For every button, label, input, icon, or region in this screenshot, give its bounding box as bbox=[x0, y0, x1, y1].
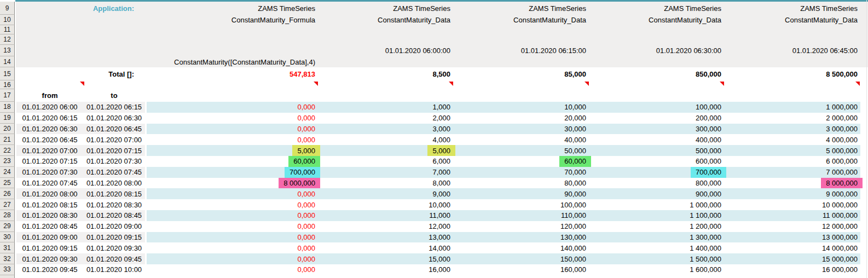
cell-value-formula[interactable]: 0,000 bbox=[147, 113, 318, 124]
column-series-name[interactable]: ConstantMaturity_Data bbox=[318, 15, 453, 25]
cell-from[interactable]: 01.01.2020 08:15 bbox=[16, 199, 83, 210]
from-column-header[interactable]: from bbox=[16, 89, 83, 102]
cell-value-0600[interactable]: 16,000 bbox=[318, 264, 453, 275]
cell-value-0630[interactable]: 100,000 bbox=[589, 102, 724, 113]
cell-value-0645[interactable]: 3 000,000 bbox=[724, 124, 860, 135]
cell-value-0630[interactable]: 1 000,000 bbox=[589, 199, 724, 210]
cell-value-formula[interactable]: 0,000 bbox=[147, 199, 318, 210]
cell-to[interactable]: 01.01.2020 09:30 bbox=[83, 242, 145, 253]
cell-value-0615[interactable]: 140,000 bbox=[453, 242, 589, 253]
column-total-value[interactable]: 8,500 bbox=[318, 67, 453, 80]
cell-value-0600[interactable]: 15,000 bbox=[318, 253, 453, 264]
cell-to[interactable]: 01.01.2020 07:00 bbox=[83, 134, 145, 145]
cell-value-0615[interactable]: 80,000 bbox=[453, 178, 589, 189]
cell-value-0615[interactable]: 20,000 bbox=[453, 113, 589, 124]
cell-value-formula[interactable]: 0,000 bbox=[147, 232, 318, 243]
cell-to[interactable]: 01.01.2020 07:30 bbox=[83, 156, 145, 167]
column-timestamp[interactable]: 01.01.2020 06:30:00 bbox=[589, 45, 724, 56]
cell-value-0645[interactable]: 8 000,000 bbox=[724, 178, 860, 189]
column-total-value[interactable]: 8 500,000 bbox=[724, 67, 860, 80]
cell-value-0645[interactable]: 16 000,000 bbox=[724, 264, 860, 275]
cell-value-0630[interactable]: 1 200,000 bbox=[589, 221, 724, 232]
cell-from[interactable]: 01.01.2020 08:30 bbox=[16, 210, 83, 221]
cell-value-0615[interactable]: 70,000 bbox=[453, 167, 589, 178]
cell-value-formula[interactable]: 0,000 bbox=[147, 221, 318, 232]
cell-from[interactable]: 01.01.2020 06:15 bbox=[16, 113, 83, 124]
cell-from[interactable]: 01.01.2020 07:30 bbox=[16, 167, 83, 178]
cell-value-0630[interactable]: 500,000 bbox=[589, 145, 724, 156]
cell-value-0615[interactable]: 160,000 bbox=[453, 264, 589, 275]
cell-value-0630[interactable]: 400,000 bbox=[589, 134, 724, 145]
cell-from[interactable]: 01.01.2020 09:30 bbox=[16, 253, 83, 264]
cell-value-formula[interactable]: 0,000 bbox=[147, 242, 318, 253]
cell-value-0600[interactable]: 1,000 bbox=[318, 102, 453, 113]
cell-value-formula[interactable]: 0,000 bbox=[147, 124, 318, 135]
column-series-name[interactable]: ConstantMaturity_Data bbox=[453, 15, 589, 25]
cell-value-0645[interactable]: 4 000,000 bbox=[724, 134, 860, 145]
cell-value-0600[interactable]: 12,000 bbox=[318, 221, 453, 232]
total-label[interactable]: Total []: bbox=[16, 67, 145, 80]
cell-value-formula[interactable]: 60,000 bbox=[147, 156, 318, 167]
column-total-value[interactable]: 85,000 bbox=[453, 67, 589, 80]
column-application-name[interactable]: ZAMS TimeSeries bbox=[318, 2, 453, 15]
cell-to[interactable]: 01.01.2020 06:45 bbox=[83, 124, 145, 135]
cell-value-0645[interactable]: 10 000,000 bbox=[724, 199, 860, 210]
cell-value-0600[interactable]: 8,000 bbox=[318, 178, 453, 189]
column-formula[interactable] bbox=[589, 56, 724, 67]
cell-value-0630[interactable]: 300,000 bbox=[589, 124, 724, 135]
cell-value-0645[interactable]: 14 000,000 bbox=[724, 242, 860, 253]
column-application-name[interactable]: ZAMS TimeSeries bbox=[589, 2, 724, 15]
cell-to[interactable]: 01.01.2020 07:15 bbox=[83, 145, 145, 156]
cell-value-0630[interactable]: 1 300,000 bbox=[589, 232, 724, 243]
cell-value-0600[interactable]: 14,000 bbox=[318, 242, 453, 253]
cell-value-0600[interactable]: 2,000 bbox=[318, 113, 453, 124]
column-formula[interactable] bbox=[453, 56, 589, 67]
cell-value-0615[interactable]: 110,000 bbox=[453, 210, 589, 221]
cell-value-0630[interactable]: 600,000 bbox=[589, 156, 724, 167]
column-series-name[interactable]: ConstantMaturity_Data bbox=[724, 15, 860, 25]
cell-value-0600[interactable]: 3,000 bbox=[318, 124, 453, 135]
cell-value-0615[interactable]: 60,000 bbox=[453, 156, 589, 167]
cell-from[interactable]: 01.01.2020 06:30 bbox=[16, 124, 83, 135]
column-application-name[interactable]: ZAMS TimeSeries bbox=[724, 2, 860, 15]
cell-value-0600[interactable]: 11,000 bbox=[318, 210, 453, 221]
cell-from[interactable]: 01.01.2020 08:00 bbox=[16, 188, 83, 199]
cell-value-0615[interactable]: 130,000 bbox=[453, 232, 589, 243]
cell-from[interactable]: 01.01.2020 09:00 bbox=[16, 232, 83, 243]
column-formula[interactable] bbox=[724, 56, 860, 67]
cell-value-0645[interactable]: 15 000,000 bbox=[724, 253, 860, 264]
row-header[interactable]: 12 bbox=[0, 34, 15, 45]
cell-value-0645[interactable]: 11 000,000 bbox=[724, 210, 860, 221]
cell-value-0630[interactable]: 700,000 bbox=[589, 167, 724, 178]
cell-value-0615[interactable]: 30,000 bbox=[453, 124, 589, 135]
cell-value-0630[interactable]: 1 400,000 bbox=[589, 242, 724, 253]
cell-to[interactable]: 01.01.2020 06:15 bbox=[83, 102, 145, 113]
column-formula[interactable]: ConstantMaturity([ConstantMaturity_Data]… bbox=[147, 56, 318, 67]
cell-value-formula[interactable]: 0,000 bbox=[147, 264, 318, 275]
cell-to[interactable]: 01.01.2020 08:30 bbox=[83, 199, 145, 210]
column-timestamp[interactable] bbox=[147, 45, 318, 56]
column-series-name[interactable]: ConstantMaturity_Data bbox=[589, 15, 724, 25]
column-timestamp[interactable]: 01.01.2020 06:15:00 bbox=[453, 45, 589, 56]
row-header[interactable]: 17 bbox=[0, 89, 15, 102]
cell-value-0645[interactable]: 5 000,000 bbox=[724, 145, 860, 156]
column-application-name[interactable]: ZAMS TimeSeries bbox=[453, 2, 589, 15]
to-column-header[interactable]: to bbox=[83, 89, 145, 102]
cell-value-formula[interactable]: 0,000 bbox=[147, 210, 318, 221]
cell-value-0630[interactable]: 1 600,000 bbox=[589, 264, 724, 275]
cell-value-0630[interactable]: 1 100,000 bbox=[589, 210, 724, 221]
cell-value-0645[interactable]: 9 000,000 bbox=[724, 188, 860, 199]
cell-value-0645[interactable]: 13 000,000 bbox=[724, 232, 860, 243]
cell-value-0615[interactable]: 100,000 bbox=[453, 199, 589, 210]
column-series-name[interactable]: ConstantMaturity_Formula bbox=[147, 15, 318, 25]
column-total-value[interactable]: 850,000 bbox=[589, 67, 724, 80]
column-timestamp[interactable]: 01.01.2020 06:00:00 bbox=[318, 45, 453, 56]
column-formula[interactable] bbox=[318, 56, 453, 67]
cell-value-0600[interactable]: 5,000 bbox=[318, 145, 453, 156]
cell-to[interactable]: 01.01.2020 08:15 bbox=[83, 188, 145, 199]
cell-value-0615[interactable]: 120,000 bbox=[453, 221, 589, 232]
row-header[interactable]: 10 bbox=[0, 15, 15, 25]
column-application-name[interactable]: ZAMS TimeSeries bbox=[147, 2, 318, 15]
cell-value-formula[interactable]: 5,000 bbox=[147, 145, 318, 156]
cell-value-0645[interactable]: 2 000,000 bbox=[724, 113, 860, 124]
